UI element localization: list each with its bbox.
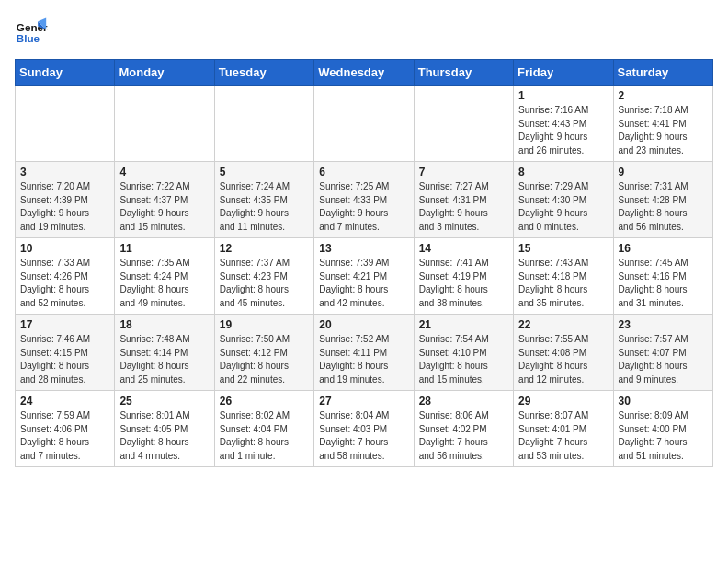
calendar-cell: 16Sunrise: 7:45 AM Sunset: 4:16 PM Dayli…: [613, 238, 712, 315]
calendar-cell: 12Sunrise: 7:37 AM Sunset: 4:23 PM Dayli…: [214, 238, 313, 315]
day-number: 26: [220, 395, 309, 408]
day-number: 11: [119, 242, 209, 255]
day-info: Sunrise: 7:33 AM Sunset: 4:26 PM Dayligh…: [20, 257, 109, 310]
day-info: Sunrise: 7:35 AM Sunset: 4:24 PM Dayligh…: [119, 257, 209, 310]
day-number: 1: [518, 89, 608, 102]
calendar-cell: 29Sunrise: 8:07 AM Sunset: 4:01 PM Dayli…: [514, 391, 613, 467]
calendar-cell: 2Sunrise: 7:18 AM Sunset: 4:41 PM Daylig…: [613, 86, 712, 162]
day-number: 3: [20, 166, 109, 178]
day-info: Sunrise: 7:29 AM Sunset: 4:30 PM Dayligh…: [518, 180, 608, 234]
day-info: Sunrise: 7:54 AM Sunset: 4:10 PM Dayligh…: [419, 333, 508, 386]
day-info: Sunrise: 7:37 AM Sunset: 4:23 PM Dayligh…: [220, 257, 309, 310]
col-header-wednesday: Wednesday: [314, 60, 414, 86]
day-info: Sunrise: 8:06 AM Sunset: 4:02 PM Dayligh…: [419, 409, 508, 463]
logo-icon: General Blue: [15, 15, 48, 48]
day-info: Sunrise: 7:39 AM Sunset: 4:21 PM Dayligh…: [319, 257, 408, 310]
calendar-table: SundayMondayTuesdayWednesdayThursdayFrid…: [15, 59, 713, 467]
calendar-cell: 5Sunrise: 7:24 AM Sunset: 4:35 PM Daylig…: [214, 162, 313, 238]
calendar-cell: 21Sunrise: 7:54 AM Sunset: 4:10 PM Dayli…: [414, 315, 513, 391]
day-number: 30: [619, 395, 708, 408]
calendar-cell: 4Sunrise: 7:22 AM Sunset: 4:37 PM Daylig…: [115, 162, 214, 238]
day-number: 27: [319, 395, 408, 408]
page-header: General Blue: [15, 15, 713, 48]
day-number: 29: [518, 395, 608, 408]
calendar-cell: [314, 86, 414, 162]
calendar-cell: 6Sunrise: 7:25 AM Sunset: 4:33 PM Daylig…: [314, 162, 414, 238]
calendar-cell: 28Sunrise: 8:06 AM Sunset: 4:02 PM Dayli…: [414, 391, 513, 467]
day-number: 10: [20, 242, 109, 255]
calendar-cell: 19Sunrise: 7:50 AM Sunset: 4:12 PM Dayli…: [214, 315, 313, 391]
calendar-cell: 7Sunrise: 7:27 AM Sunset: 4:31 PM Daylig…: [414, 162, 513, 238]
calendar-cell: [16, 86, 115, 162]
calendar-cell: 22Sunrise: 7:55 AM Sunset: 4:08 PM Dayli…: [514, 315, 613, 391]
day-info: Sunrise: 7:31 AM Sunset: 4:28 PM Dayligh…: [619, 180, 708, 234]
day-number: 24: [20, 395, 109, 408]
calendar-header-row: SundayMondayTuesdayWednesdayThursdayFrid…: [16, 60, 713, 86]
day-info: Sunrise: 7:57 AM Sunset: 4:07 PM Dayligh…: [619, 333, 708, 386]
day-info: Sunrise: 8:04 AM Sunset: 4:03 PM Dayligh…: [319, 409, 408, 463]
col-header-monday: Monday: [115, 60, 214, 86]
day-info: Sunrise: 7:22 AM Sunset: 4:37 PM Dayligh…: [119, 180, 209, 234]
day-number: 17: [20, 318, 109, 331]
calendar-week-5: 24Sunrise: 7:59 AM Sunset: 4:06 PM Dayli…: [16, 391, 713, 467]
day-number: 2: [619, 89, 708, 102]
calendar-cell: 8Sunrise: 7:29 AM Sunset: 4:30 PM Daylig…: [514, 162, 613, 238]
calendar-cell: [414, 86, 513, 162]
day-info: Sunrise: 7:48 AM Sunset: 4:14 PM Dayligh…: [119, 333, 209, 386]
day-number: 5: [220, 166, 309, 178]
calendar-cell: 27Sunrise: 8:04 AM Sunset: 4:03 PM Dayli…: [314, 391, 414, 467]
day-info: Sunrise: 7:50 AM Sunset: 4:12 PM Dayligh…: [220, 333, 309, 386]
day-info: Sunrise: 8:02 AM Sunset: 4:04 PM Dayligh…: [220, 409, 309, 463]
calendar-week-3: 10Sunrise: 7:33 AM Sunset: 4:26 PM Dayli…: [16, 238, 713, 315]
day-info: Sunrise: 7:41 AM Sunset: 4:19 PM Dayligh…: [419, 257, 508, 310]
calendar-cell: 14Sunrise: 7:41 AM Sunset: 4:19 PM Dayli…: [414, 238, 513, 315]
day-number: 18: [119, 318, 209, 331]
calendar-cell: 18Sunrise: 7:48 AM Sunset: 4:14 PM Dayli…: [115, 315, 214, 391]
day-number: 4: [119, 166, 209, 178]
day-info: Sunrise: 7:16 AM Sunset: 4:43 PM Dayligh…: [518, 104, 608, 157]
day-number: 15: [518, 242, 608, 255]
col-header-saturday: Saturday: [613, 60, 712, 86]
col-header-friday: Friday: [514, 60, 613, 86]
day-number: 9: [619, 166, 708, 178]
day-info: Sunrise: 8:09 AM Sunset: 4:00 PM Dayligh…: [619, 409, 708, 463]
day-number: 28: [419, 395, 508, 408]
day-number: 21: [419, 318, 508, 331]
calendar-cell: 10Sunrise: 7:33 AM Sunset: 4:26 PM Dayli…: [16, 238, 115, 315]
day-info: Sunrise: 7:52 AM Sunset: 4:11 PM Dayligh…: [319, 333, 408, 386]
day-info: Sunrise: 7:59 AM Sunset: 4:06 PM Dayligh…: [20, 409, 109, 463]
calendar-cell: 3Sunrise: 7:20 AM Sunset: 4:39 PM Daylig…: [16, 162, 115, 238]
day-info: Sunrise: 7:55 AM Sunset: 4:08 PM Dayligh…: [518, 333, 608, 386]
calendar-cell: 20Sunrise: 7:52 AM Sunset: 4:11 PM Dayli…: [314, 315, 414, 391]
day-info: Sunrise: 7:20 AM Sunset: 4:39 PM Dayligh…: [20, 180, 109, 234]
day-info: Sunrise: 7:27 AM Sunset: 4:31 PM Dayligh…: [419, 180, 508, 234]
calendar-cell: 26Sunrise: 8:02 AM Sunset: 4:04 PM Dayli…: [214, 391, 313, 467]
calendar-cell: 15Sunrise: 7:43 AM Sunset: 4:18 PM Dayli…: [514, 238, 613, 315]
day-number: 6: [319, 166, 408, 178]
day-number: 25: [119, 395, 209, 408]
day-info: Sunrise: 7:24 AM Sunset: 4:35 PM Dayligh…: [220, 180, 309, 234]
day-info: Sunrise: 7:46 AM Sunset: 4:15 PM Dayligh…: [20, 333, 109, 386]
day-number: 19: [220, 318, 309, 331]
calendar-cell: 13Sunrise: 7:39 AM Sunset: 4:21 PM Dayli…: [314, 238, 414, 315]
day-number: 16: [619, 242, 708, 255]
calendar-cell: 9Sunrise: 7:31 AM Sunset: 4:28 PM Daylig…: [613, 162, 712, 238]
calendar-week-2: 3Sunrise: 7:20 AM Sunset: 4:39 PM Daylig…: [16, 162, 713, 238]
day-info: Sunrise: 8:01 AM Sunset: 4:05 PM Dayligh…: [119, 409, 209, 463]
calendar-cell: 17Sunrise: 7:46 AM Sunset: 4:15 PM Dayli…: [16, 315, 115, 391]
day-number: 14: [419, 242, 508, 255]
svg-text:Blue: Blue: [17, 32, 40, 44]
day-info: Sunrise: 7:45 AM Sunset: 4:16 PM Dayligh…: [619, 257, 708, 310]
day-number: 12: [220, 242, 309, 255]
day-number: 13: [319, 242, 408, 255]
day-info: Sunrise: 7:43 AM Sunset: 4:18 PM Dayligh…: [518, 257, 608, 310]
day-number: 23: [619, 318, 708, 331]
calendar-cell: [214, 86, 313, 162]
day-info: Sunrise: 7:25 AM Sunset: 4:33 PM Dayligh…: [319, 180, 408, 234]
day-number: 20: [319, 318, 408, 331]
calendar-week-4: 17Sunrise: 7:46 AM Sunset: 4:15 PM Dayli…: [16, 315, 713, 391]
calendar-cell: 30Sunrise: 8:09 AM Sunset: 4:00 PM Dayli…: [613, 391, 712, 467]
col-header-sunday: Sunday: [16, 60, 115, 86]
calendar-cell: 1Sunrise: 7:16 AM Sunset: 4:43 PM Daylig…: [514, 86, 613, 162]
day-number: 8: [518, 166, 608, 178]
